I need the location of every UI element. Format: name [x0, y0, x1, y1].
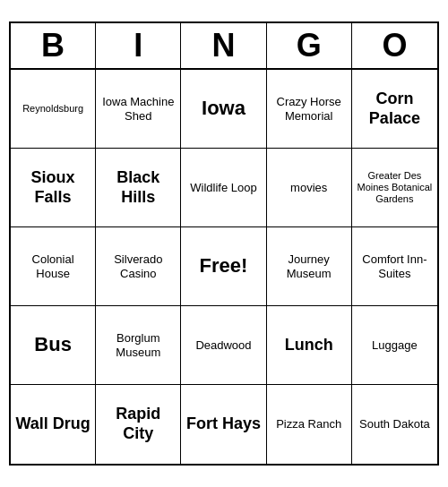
cell-label: Silverado Casino — [99, 252, 177, 280]
cell-label: Wildlife Loop — [190, 181, 256, 195]
bingo-letter: N — [181, 23, 266, 68]
cell-label: Bus — [34, 333, 72, 356]
bingo-cell: Borglum Museum — [96, 306, 181, 385]
cell-label: Wall Drug — [15, 414, 90, 434]
bingo-letter: I — [96, 23, 181, 68]
cell-label: movies — [290, 181, 327, 195]
cell-label: Borglum Museum — [99, 331, 177, 359]
bingo-cell: Black Hills — [96, 149, 181, 227]
bingo-cell: Lunch — [267, 306, 352, 385]
bingo-cell: Rapid City — [96, 385, 181, 464]
cell-label: Greater Des Moines Botanical Gardens — [356, 170, 434, 206]
cell-label: Iowa Machine Shed — [99, 95, 177, 123]
bingo-letter: B — [11, 23, 96, 68]
bingo-cell: Iowa Machine Shed — [96, 70, 181, 149]
bingo-cell: Reynoldsburg — [11, 70, 96, 149]
cell-label: Free! — [200, 254, 248, 278]
bingo-letter: O — [352, 23, 437, 68]
bingo-card: BINGO ReynoldsburgIowa Machine ShedIowaC… — [9, 21, 439, 466]
cell-label: Deadwood — [195, 338, 251, 353]
cell-label: Black Hills — [99, 168, 177, 207]
bingo-grid: ReynoldsburgIowa Machine ShedIowaCrazy H… — [11, 70, 437, 464]
bingo-cell: Greater Des Moines Botanical Gardens — [352, 149, 437, 227]
bingo-cell: Comfort Inn-Suites — [352, 227, 437, 306]
bingo-cell: Pizza Ranch — [267, 385, 352, 464]
cell-label: Rapid City — [99, 405, 177, 443]
bingo-cell: Colonial House — [11, 227, 96, 306]
cell-label: Colonial House — [14, 252, 91, 280]
bingo-cell: Deadwood — [181, 306, 266, 385]
cell-label: Luggage — [372, 338, 418, 353]
bingo-cell: Wildlife Loop — [181, 149, 266, 227]
bingo-cell: Iowa — [181, 70, 266, 149]
bingo-cell: Free! — [181, 227, 266, 306]
bingo-cell: South Dakota — [352, 385, 437, 464]
cell-label: Pizza Ranch — [276, 417, 341, 431]
cell-label: South Dakota — [359, 417, 430, 431]
cell-label: Lunch — [285, 336, 333, 355]
bingo-cell: Crazy Horse Memorial — [267, 70, 352, 149]
cell-label: Fort Hays — [186, 414, 261, 434]
cell-label: Journey Museum — [271, 252, 348, 280]
bingo-cell: Luggage — [352, 306, 437, 385]
cell-label: Corn Palace — [356, 90, 434, 128]
cell-label: Sioux Falls — [14, 168, 91, 207]
bingo-cell: Journey Museum — [267, 227, 352, 306]
bingo-cell: Sioux Falls — [11, 149, 96, 227]
cell-label: Comfort Inn-Suites — [356, 252, 434, 280]
cell-label: Reynoldsburg — [22, 103, 83, 115]
bingo-cell: Corn Palace — [352, 70, 437, 149]
bingo-cell: movies — [267, 149, 352, 227]
bingo-cell: Wall Drug — [11, 385, 96, 464]
bingo-letter: G — [267, 23, 352, 68]
bingo-cell: Bus — [11, 306, 96, 385]
cell-label: Crazy Horse Memorial — [271, 95, 348, 123]
bingo-cell: Fort Hays — [181, 385, 266, 464]
cell-label: Iowa — [202, 97, 246, 120]
bingo-header: BINGO — [11, 23, 437, 70]
bingo-cell: Silverado Casino — [96, 227, 181, 306]
